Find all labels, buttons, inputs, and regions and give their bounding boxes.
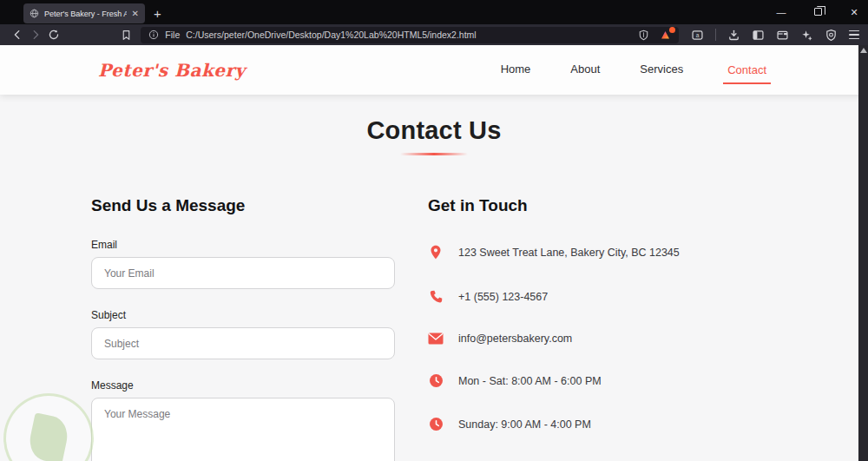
menu-icon[interactable] [849,30,859,40]
phone-icon [428,289,444,304]
message-label: Message [91,379,395,392]
email-field[interactable] [91,257,395,289]
nav-link-about[interactable]: About [570,63,600,77]
contact-hours-weekdays-text: Mon - Sat: 8:00 AM - 6:00 PM [458,375,602,387]
tab-title: Peter's Bakery - Fresh Artisan Bre [44,10,127,18]
window-close-button[interactable]: ✕ [847,7,861,18]
downloads-icon[interactable] [727,29,740,42]
url-protocol-label: File [165,30,180,40]
site-nav: Home About Services Contact [501,63,771,77]
envelope-icon [428,333,444,345]
wallet-icon[interactable] [776,29,789,42]
nav-link-contact[interactable]: Contact [723,63,771,84]
message-form-section: Send Us a Message Email Subject Message [91,196,395,461]
browser-window: Peter's Bakery - Fresh Artisan Bre ✕ + —… [0,0,868,461]
contact-address-text: 123 Sweet Treat Lane, Bakery City, BC 12… [458,247,680,259]
tracking-shield-icon[interactable] [638,30,649,41]
contact-info-section: Get in Touch 123 Sweet Treat Lane, Baker… [428,196,786,461]
location-pin-icon [428,245,444,260]
nav-link-home[interactable]: Home [501,63,531,77]
new-tab-button[interactable]: + [154,6,161,21]
toolbar-divider [715,29,716,41]
bookmarks-icon[interactable] [121,30,132,41]
toolbar-right-icons: a [691,29,859,42]
tab-favicon-globe-icon [30,9,39,18]
maximize-button[interactable] [811,7,825,17]
reload-icon[interactable] [44,26,62,43]
scrollbar-thumb[interactable] [860,48,867,53]
extension-icon[interactable] [660,30,671,41]
title-divider [400,153,468,155]
browser-toolbar: File C:/Users/peter/OneDrive/Desktop/Day… [0,24,868,45]
contact-heading: Get in Touch [428,196,786,215]
back-icon[interactable] [9,26,27,43]
url-text[interactable]: C:/Users/peter/OneDrive/Desktop/Day1%20L… [186,30,632,40]
extension-notification-badge [669,27,675,33]
address-bar[interactable]: File C:/Users/peter/OneDrive/Desktop/Day… [141,27,679,43]
page-main: Contact Us Send Us a Message Email Subje… [0,95,868,461]
site-header: Peter's Bakery Home About Services Conta… [0,45,868,95]
forward-icon[interactable] [27,26,45,43]
site-logo[interactable]: Peter's Bakery [98,60,246,81]
browser-tab[interactable]: Peter's Bakery - Fresh Artisan Bre ✕ [23,3,145,23]
page-title: Contact Us [0,116,868,145]
window-controls: — ✕ [774,0,861,24]
page-viewport: Peter's Bakery Home About Services Conta… [0,45,868,461]
site-info-icon[interactable] [148,30,159,40]
contact-phone-text: +1 (555) 123-4567 [458,291,548,303]
tab-close-icon[interactable]: ✕ [132,10,139,18]
subject-label: Subject [91,309,395,321]
contact-item-address: 123 Sweet Treat Lane, Bakery City, BC 12… [428,245,786,260]
subject-field[interactable] [91,327,395,359]
contact-item-email: info@petersbakery.com [428,333,786,345]
ai-sparkle-icon[interactable] [800,29,813,42]
contact-item-phone: +1 (555) 123-4567 [428,289,786,304]
contact-item-hours-weekdays: Mon - Sat: 8:00 AM - 6:00 PM [428,373,786,388]
form-heading: Send Us a Message [91,196,395,215]
sidebar-icon[interactable] [752,29,765,42]
svg-text:a: a [696,32,700,38]
contact-hours-sunday-text: Sunday: 9:00 AM - 4:00 PM [458,418,591,431]
contact-item-hours-sunday: Sunday: 9:00 AM - 4:00 PM [428,417,786,431]
reader-a-icon[interactable]: a [691,29,704,42]
leaf-icon [26,412,71,461]
email-label: Email [91,239,395,251]
clock-icon [428,417,444,431]
message-field[interactable] [91,398,395,461]
page-scrollbar[interactable] [858,45,868,461]
clock-icon [428,373,444,388]
nav-link-services[interactable]: Services [640,63,683,77]
contact-email-text: info@petersbakery.com [458,333,572,345]
minimize-button[interactable]: — [774,7,788,17]
browser-titlebar: Peter's Bakery - Fresh Artisan Bre ✕ + —… [0,0,868,24]
protections-shield-icon[interactable] [825,29,838,42]
